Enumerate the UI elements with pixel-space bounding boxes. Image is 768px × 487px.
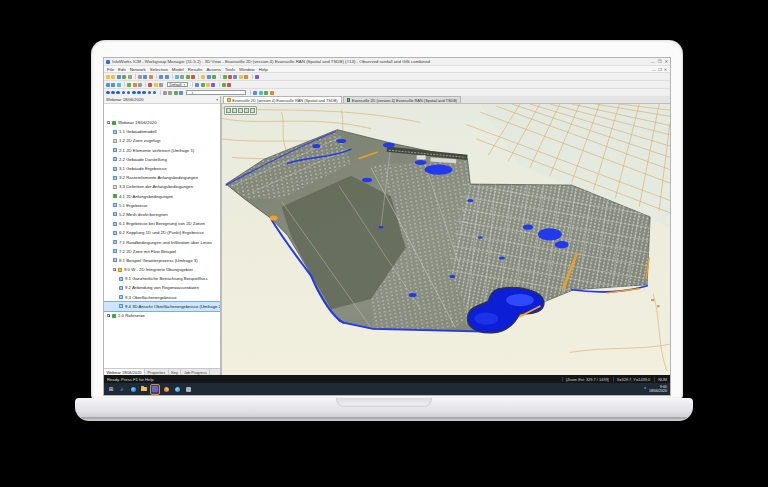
3d-pan-button[interactable] xyxy=(226,108,231,113)
paste-icon[interactable] xyxy=(149,75,153,79)
validate-icon[interactable] xyxy=(223,75,227,79)
tree-item[interactable]: 2.0 Rohrnetze xyxy=(104,311,220,320)
maximize-button[interactable]: ❐ xyxy=(658,58,662,65)
commit-icon[interactable] xyxy=(122,75,126,79)
menu-results[interactable]: Results xyxy=(188,67,203,72)
flag-dropdown[interactable]: ▾ xyxy=(186,90,246,95)
profile-icon[interactable] xyxy=(211,83,215,87)
result-layer-icon[interactable] xyxy=(111,91,115,95)
cut-icon[interactable] xyxy=(138,75,142,79)
terrain-view-icon[interactable] xyxy=(174,91,178,95)
move-object-icon[interactable] xyxy=(133,83,137,87)
3d-settings-button[interactable] xyxy=(250,108,255,113)
report-icon[interactable] xyxy=(244,75,248,79)
tree-item[interactable]: 1.1 Gebäudemodell xyxy=(104,127,220,136)
tree-item[interactable]: 1.2 2D Zone zugefügt xyxy=(104,136,220,145)
result-layer-icon[interactable] xyxy=(142,91,146,95)
stop-icon[interactable] xyxy=(227,83,231,87)
select-trace-icon[interactable] xyxy=(117,83,121,87)
help-icon[interactable] xyxy=(255,75,259,79)
copy-icon[interactable] xyxy=(143,75,147,79)
menu-tools[interactable]: Tools xyxy=(225,67,235,72)
tree-item[interactable]: 3.2 Rasterelemente Anfangsbedingungen xyxy=(104,173,220,182)
table-icon[interactable] xyxy=(239,75,243,79)
zoom-in-icon[interactable] xyxy=(186,75,190,79)
mesh-view-icon[interactable] xyxy=(168,91,172,95)
start-button[interactable]: ⊞ xyxy=(107,385,115,394)
tree-item[interactable]: 6.1 Ergebnisse bei Beregnung von 2D Zone… xyxy=(104,219,220,228)
tree-item[interactable]: 9.3 Oberflächenergebnisse xyxy=(104,293,220,302)
taskbar-app-button[interactable] xyxy=(184,385,192,394)
tree-item[interactable]: 3.3 Definition der Anfangsbedingungen xyxy=(104,182,220,191)
3d-view-icon[interactable] xyxy=(264,91,268,95)
long-section-icon[interactable] xyxy=(206,83,210,87)
result-layer-icon[interactable] xyxy=(116,91,120,95)
measure-icon[interactable] xyxy=(159,83,163,87)
rotate-object-icon[interactable] xyxy=(138,83,142,87)
taskbar-clock[interactable]: 9:05 18/06/2020 xyxy=(649,385,667,393)
select-polygon-icon[interactable] xyxy=(111,83,115,87)
3d-home-button[interactable] xyxy=(244,108,249,113)
tree-item[interactable]: 7.2 2D Zone mit Flow Beispiel xyxy=(104,247,220,256)
select-icon[interactable] xyxy=(106,83,110,87)
3d-rotate-button[interactable] xyxy=(232,108,237,113)
taskbar-file-explorer-button[interactable] xyxy=(140,385,148,394)
result-layer-icon[interactable] xyxy=(148,91,152,95)
graph-icon[interactable] xyxy=(233,75,237,79)
taskbar-infoworks-button[interactable] xyxy=(151,385,159,394)
menu-selection[interactable]: Selection xyxy=(150,67,168,72)
3d-zoom-button[interactable] xyxy=(238,108,243,113)
rotate-3d-icon[interactable] xyxy=(270,91,274,95)
taskbar-skype-button[interactable] xyxy=(173,385,181,394)
result-layer-icon[interactable] xyxy=(153,91,157,95)
flag-icon[interactable] xyxy=(148,83,152,87)
tree-item[interactable]: 8.1 Beispiel Gewitterprozess (Umfrage 3) xyxy=(104,256,220,265)
open-icon[interactable] xyxy=(111,75,115,79)
result-layer-icon[interactable] xyxy=(127,91,131,95)
theme-icon[interactable] xyxy=(207,75,211,79)
taskbar-search-button[interactable]: ⌕ xyxy=(118,385,126,394)
collapse-icon[interactable] xyxy=(113,268,116,271)
expand-icon[interactable] xyxy=(107,314,110,317)
save-icon[interactable] xyxy=(117,75,121,79)
properties-icon[interactable] xyxy=(195,83,199,87)
result-layer-icon[interactable] xyxy=(137,91,141,95)
menu-edit[interactable]: Edit xyxy=(118,67,126,72)
layer-list-icon[interactable] xyxy=(201,75,205,79)
undo-icon[interactable] xyxy=(159,75,163,79)
menu-model[interactable]: Model xyxy=(172,67,184,72)
redo-icon[interactable] xyxy=(165,75,169,79)
taskbar-firefox-button[interactable] xyxy=(162,385,170,394)
grid-view-icon[interactable] xyxy=(163,91,167,95)
tree-item[interactable]: 4.1 2D Anfangsbedingungen xyxy=(104,192,220,201)
previous-zoom-icon[interactable] xyxy=(259,91,263,95)
3d-flood-model-map[interactable] xyxy=(222,104,670,375)
close-button[interactable]: ✕ xyxy=(664,58,668,65)
tree-item[interactable]: 6.2 Kopplung 1D und 2D (Punkt) Ergebniss… xyxy=(104,228,220,237)
menu-actions[interactable]: Actions xyxy=(206,67,220,72)
tree-item[interactable]: 2.2 Gebäude Darstellung xyxy=(104,155,220,164)
find-icon[interactable] xyxy=(175,75,179,79)
tree-item[interactable]: 5.1 Ergebnisse xyxy=(104,201,220,210)
3d-map-viewport[interactable] xyxy=(221,104,670,375)
tab-3d-view[interactable]: Evansville 2D (version 4) Evansville RAN… xyxy=(343,96,462,103)
tray-chevron-icon[interactable]: ^ xyxy=(644,387,646,392)
run-simulation-icon[interactable] xyxy=(228,75,232,79)
collapse-icon[interactable] xyxy=(107,121,110,124)
refresh-icon[interactable] xyxy=(222,83,226,87)
zoom-window-icon[interactable] xyxy=(253,91,257,95)
tree-item[interactable]: 2.1 2D Elemente verfeinert (Umfrage 1) xyxy=(104,146,220,155)
taskbar-edge-button[interactable] xyxy=(129,385,137,394)
result-layer-icon[interactable] xyxy=(122,91,126,95)
print-icon[interactable] xyxy=(128,75,132,79)
menu-file[interactable]: File xyxy=(107,67,114,72)
result-layer-icon[interactable] xyxy=(106,91,110,95)
tree-item[interactable]: 9.2 Anbindung von Regenwasserdaten xyxy=(104,283,220,292)
minimize-button[interactable]: — xyxy=(651,58,655,65)
tree-item[interactable]: Webinar 18/06/2020 xyxy=(104,118,220,127)
result-layer-icon[interactable] xyxy=(132,91,136,95)
tree-item[interactable]: 5.2 Mesh direkt beregnen xyxy=(104,210,220,219)
tree-item[interactable]: 7.1 Randbedingungen und Infiltration übe… xyxy=(104,237,220,246)
new-object-icon[interactable] xyxy=(127,83,131,87)
label-icon[interactable] xyxy=(154,83,158,87)
